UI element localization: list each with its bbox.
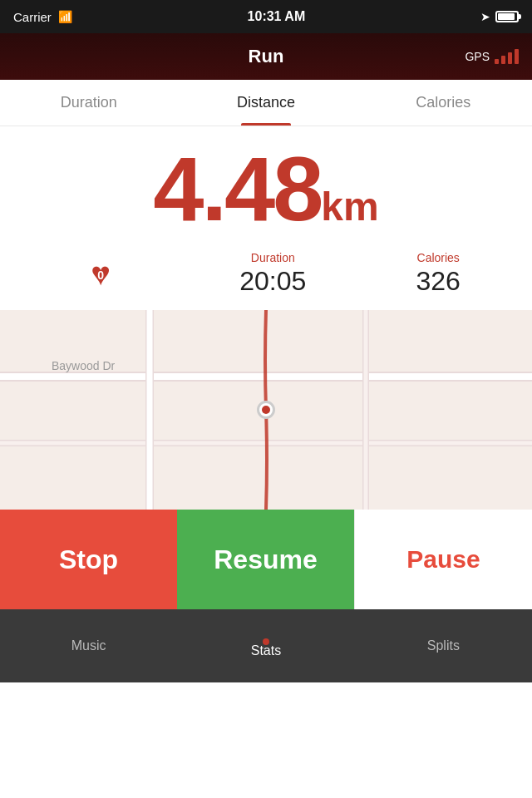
heart-rate-container: ♥ 0 — [71, 255, 130, 293]
battery-icon — [495, 11, 519, 22]
gps-indicator: GPS — [465, 49, 519, 64]
tab-duration[interactable]: Duration — [0, 80, 177, 126]
map-area: Baywood Dr — [0, 310, 532, 510]
carrier-label: Carrier — [13, 10, 52, 24]
calories-stat: Calories 326 — [416, 251, 461, 297]
distance-value: 4.48 — [153, 137, 321, 239]
pause-button[interactable]: Pause — [354, 510, 532, 609]
tab-splits[interactable]: Splits — [355, 638, 532, 653]
tab-calories[interactable]: Calories — [355, 80, 532, 126]
battery-fill — [498, 13, 515, 20]
action-buttons: Stop Resume Pause — [0, 510, 532, 609]
calories-label: Calories — [416, 251, 461, 264]
duration-label: Duration — [239, 251, 306, 264]
heart-count: 0 — [97, 268, 104, 281]
resume-button[interactable]: Resume — [177, 510, 354, 609]
calories-value: 326 — [416, 266, 461, 297]
nav-title: Run — [249, 46, 284, 67]
distance-unit: km — [321, 185, 378, 229]
wifi-icon: 📶 — [58, 10, 72, 23]
status-bar: Carrier 📶 10:31 AM ➤ — [0, 0, 532, 33]
status-left: Carrier 📶 — [13, 10, 72, 24]
gps-bar-4 — [515, 49, 519, 64]
stop-button[interactable]: Stop — [0, 510, 177, 609]
gps-label: GPS — [465, 50, 490, 63]
duration-value: 20:05 — [239, 266, 306, 297]
location-icon: ➤ — [480, 10, 490, 23]
route-dot — [257, 401, 275, 419]
stats-dot-wrapper — [177, 633, 354, 640]
gps-bar-2 — [501, 56, 505, 64]
duration-stat: Duration 20:05 — [239, 251, 306, 297]
gps-bars — [495, 49, 519, 64]
tab-stats[interactable]: Stats — [177, 633, 354, 658]
nav-bar: Run GPS — [0, 33, 532, 80]
stats-dot — [263, 638, 269, 645]
tab-distance[interactable]: Distance — [177, 80, 354, 126]
gps-bar-3 — [508, 52, 512, 64]
gps-bar-1 — [495, 59, 499, 64]
main-display: 4.48km — [0, 126, 532, 243]
metric-tabs: Duration Distance Calories — [0, 80, 532, 126]
bottom-bar: Music Stats Splits — [0, 609, 532, 682]
status-right: ➤ — [480, 10, 519, 23]
tab-music[interactable]: Music — [0, 638, 177, 653]
status-time: 10:31 AM — [248, 9, 306, 24]
svg-text:Baywood Dr: Baywood Dr — [52, 359, 116, 372]
stats-row: ♥ 0 Duration 20:05 Calories 326 — [0, 243, 532, 310]
